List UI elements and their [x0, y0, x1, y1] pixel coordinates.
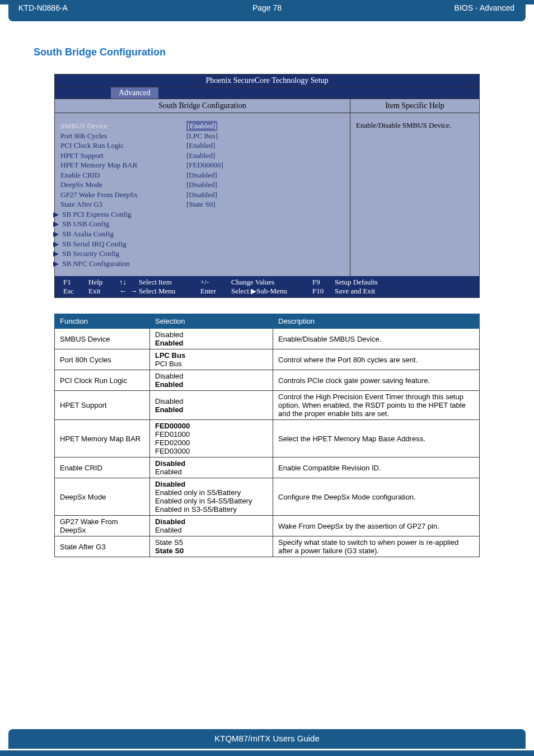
bios-option-row[interactable]: DeepSx Mode[Disabled] — [60, 180, 345, 190]
submenu-arrow-icon: ▶ — [53, 219, 59, 229]
cell-function: SMBUS Device — [55, 329, 150, 349]
section-title: South Bridge Configuration — [34, 46, 500, 58]
th-description: Description — [273, 314, 480, 329]
cell-function: HPET Support — [55, 391, 150, 420]
bios-submenu-item[interactable]: ▶ SB Serial IRQ Config — [60, 239, 345, 249]
footer-text: KTQM87/mITX Users Guide — [8, 729, 526, 749]
cell-function: Port 80h Cycles — [55, 349, 150, 370]
key-leftright: ← → — [119, 287, 139, 296]
bios-option-label: DeepSx Mode — [60, 180, 186, 190]
cell-selection: DisabledEnabled — [150, 516, 273, 536]
table-row: PCI Clock Run LogicDisabledEnabledContro… — [55, 370, 480, 391]
cell-description: Specify what state to switch to when pow… — [273, 536, 480, 557]
cell-selection: LPC BusPCI Bus — [150, 349, 273, 370]
submenu-arrow-icon: ▶ — [53, 229, 59, 239]
table-row: HPET SupportDisabledEnabledControl the H… — [55, 391, 480, 420]
cell-function: State After G3 — [55, 536, 150, 557]
cell-description: Controls PCIe clock gate power saving fe… — [273, 370, 480, 391]
submenu-arrow-icon: ▶ — [53, 259, 59, 269]
cell-selection: DisabledEnabled only in S5/BatteryEnable… — [150, 478, 273, 516]
bios-option-value: [Enabled] — [186, 151, 215, 161]
description-table: Function Selection Description SMBUS Dev… — [54, 314, 480, 557]
key-help: Help — [88, 278, 119, 287]
bios-option-row[interactable]: GP27 Wake From DeepSx[Disabled] — [60, 190, 345, 200]
submenu-arrow-icon: ▶ — [53, 239, 59, 249]
table-row: State After G3State S5State S0Specify wh… — [55, 536, 480, 557]
page-number: Page 78 — [252, 3, 282, 12]
table-row: HPET Memory Map BARFED00000FED01000FED02… — [55, 420, 480, 458]
bios-option-label: SMBUS Device — [60, 121, 186, 131]
bios-option-label: State After G3 — [60, 199, 186, 209]
th-function: Function — [55, 314, 150, 329]
cell-selection: State S5State S0 — [150, 536, 273, 557]
bios-tab-row: Advanced — [55, 87, 479, 99]
bios-submenu-item[interactable]: ▶ SB NFC Configuration — [60, 259, 345, 269]
cell-selection: DisabledEnabled — [150, 458, 273, 478]
table-row: SMBUS DeviceDisabledEnabledEnable/Disabl… — [55, 329, 480, 349]
key-esc: Esc — [63, 287, 88, 296]
bios-option-value: [Enabled] — [186, 141, 215, 151]
bios-option-label: HPET Support — [60, 151, 186, 161]
key-setupdefaults: Setup Defaults — [335, 278, 471, 287]
bios-option-value: [LPC Bus] — [186, 131, 218, 141]
bios-option-label: Enable CRID — [60, 170, 186, 180]
key-saveexit: Save and Exit — [335, 287, 471, 296]
bios-option-row[interactable]: SMBUS Device[Enabled] — [60, 121, 345, 131]
table-row: DeepSx ModeDisabledEnabled only in S5/Ba… — [55, 478, 480, 516]
cell-description: Select the HPET Memory Map Base Address. — [273, 420, 480, 458]
th-selection: Selection — [150, 314, 273, 329]
cell-description: Wake From DeepSx by the assertion of GP2… — [273, 516, 480, 536]
key-updown: ↑↓ — [119, 278, 139, 287]
cell-function: PCI Clock Run Logic — [55, 370, 150, 391]
cell-description: Control the High Precision Event Timer t… — [273, 391, 480, 420]
cell-function: GP27 Wake From DeepSx — [55, 516, 150, 536]
bios-tab-advanced[interactable]: Advanced — [111, 87, 158, 99]
cell-selection: FED00000FED01000FED02000FED03000 — [150, 420, 273, 458]
bios-option-value: [Enabled] — [186, 121, 217, 131]
cell-description: Configure the DeepSx Mode configuration. — [273, 478, 480, 516]
cell-selection: DisabledEnabled — [150, 391, 273, 420]
section-name: BIOS - Advanced — [455, 3, 514, 12]
key-exit: Exit — [88, 287, 119, 296]
table-row: Port 80h CyclesLPC BusPCI BusControl whe… — [55, 349, 480, 370]
cell-function: HPET Memory Map BAR — [55, 420, 150, 458]
bios-option-value: [Disabled] — [186, 190, 217, 200]
cell-selection: DisabledEnabled — [150, 370, 273, 391]
bios-footer: F1 Help ↑↓ Select Item +/- Change Values… — [55, 276, 479, 297]
submenu-arrow-icon: ▶ — [53, 249, 59, 259]
cell-description: Control where the Port 80h cycles are se… — [273, 349, 480, 370]
bios-option-row[interactable]: PCI Clock Run Logic[Enabled] — [60, 141, 345, 151]
key-selectitem: Select Item — [139, 278, 200, 287]
bios-option-row[interactable]: HPET Support[Enabled] — [60, 151, 345, 161]
bios-submenu-item[interactable]: ▶ SB PCI Express Config — [60, 209, 345, 220]
bios-option-label: Port 80h Cycles — [60, 131, 186, 141]
bios-submenu-item[interactable]: ▶ SB Azalia Config — [60, 229, 345, 239]
bios-option-row[interactable]: HPET Memory Map BAR[FED00000] — [60, 160, 345, 170]
bios-option-row[interactable]: Port 80h Cycles[LPC Bus] — [60, 131, 345, 141]
bios-option-value: [Disabled] — [186, 180, 217, 190]
bios-option-row[interactable]: Enable CRID[Disabled] — [60, 170, 345, 180]
cell-description: Enable Compatible Revision ID. — [273, 458, 480, 478]
key-plusminus: +/- — [200, 278, 231, 287]
table-row: Enable CRIDDisabledEnabledEnable Compati… — [55, 458, 480, 478]
key-f10: F10 — [312, 287, 335, 296]
key-f1: F1 — [63, 278, 88, 287]
cell-selection: DisabledEnabled — [150, 329, 273, 349]
key-submenu: Select ▶Sub-Menu — [231, 287, 312, 296]
bios-subheader-left: South Bridge Configuration — [55, 99, 350, 113]
bios-option-label: GP27 Wake From DeepSx — [60, 190, 186, 200]
bios-option-value: [FED00000] — [186, 160, 223, 170]
submenu-arrow-icon: ▶ — [53, 209, 59, 220]
bios-submenu-item[interactable]: ▶ SB USB Config — [60, 219, 345, 229]
doc-id: KTD-N0886-A — [18, 3, 68, 12]
key-enter: Enter — [200, 287, 231, 296]
bios-option-row[interactable]: State After G3[State S0] — [60, 199, 345, 209]
key-changevalues: Change Values — [231, 278, 312, 287]
bios-option-label: PCI Clock Run Logic — [60, 141, 186, 151]
cell-description: Enable/Disable SMBUS Device. — [273, 329, 480, 349]
bios-option-label: HPET Memory Map BAR — [60, 160, 186, 170]
key-selectmenu: Select Menu — [139, 287, 200, 296]
bios-subheader-right: Item Specific Help — [350, 99, 479, 113]
bios-submenu-item[interactable]: ▶ SB Security Config — [60, 249, 345, 259]
bios-option-value: [Disabled] — [186, 170, 217, 180]
